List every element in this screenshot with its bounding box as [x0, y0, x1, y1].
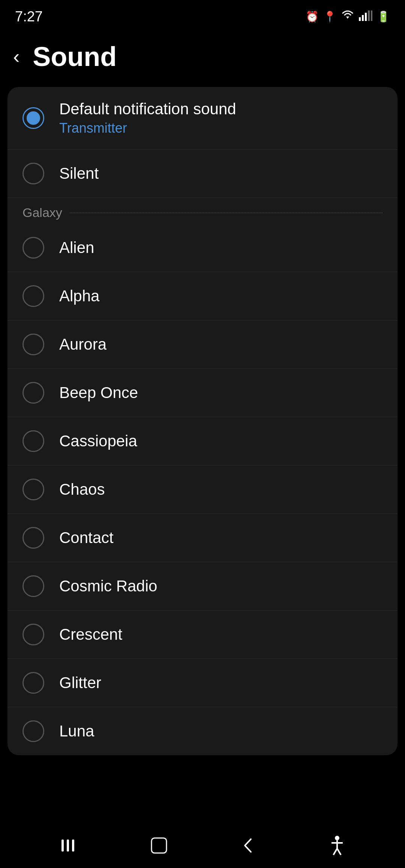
sound-item-crescent[interactable]: Crescent	[8, 611, 398, 659]
svg-rect-3	[368, 10, 370, 21]
radio-crescent[interactable]	[22, 624, 44, 645]
page-title: Sound	[33, 41, 117, 72]
sound-item-cosmic-radio[interactable]: Cosmic Radio	[8, 562, 398, 611]
nav-menu-button[interactable]	[47, 834, 88, 857]
svg-line-12	[333, 849, 337, 855]
svg-rect-7	[72, 840, 74, 852]
item-label-alien: Alien	[59, 239, 94, 257]
item-label-chaos: Chaos	[59, 480, 105, 498]
radio-chaos[interactable]	[22, 479, 44, 500]
radio-alpha[interactable]	[22, 285, 44, 307]
galaxy-label: Galaxy	[22, 205, 62, 220]
radio-beep-once[interactable]	[22, 382, 44, 404]
radio-aurora[interactable]	[22, 334, 44, 355]
radio-silent[interactable]	[22, 163, 44, 184]
nav-back-button[interactable]	[229, 832, 267, 859]
sound-item-alien[interactable]: Alien	[8, 224, 398, 272]
radio-luna[interactable]	[22, 720, 44, 742]
svg-rect-4	[371, 10, 372, 21]
sound-item-default[interactable]: Default notification sound Transmitter	[8, 87, 398, 150]
radio-default[interactable]	[22, 107, 44, 129]
alarm-icon: ⏰	[306, 10, 319, 23]
status-time: 7:27	[15, 9, 43, 25]
sound-item-chaos[interactable]: Chaos	[8, 465, 398, 514]
radio-cosmic-radio[interactable]	[22, 575, 44, 597]
sound-item-beep-once[interactable]: Beep Once	[8, 369, 398, 417]
item-label-cassiopeia: Cassiopeia	[59, 432, 137, 450]
item-text-silent: Silent	[59, 165, 99, 183]
radio-glitter[interactable]	[22, 672, 44, 694]
svg-rect-0	[359, 17, 361, 21]
nav-home-button[interactable]	[138, 832, 180, 859]
status-bar: 7:27 ⏰ 📍 🔋	[0, 0, 405, 30]
item-label-crescent: Crescent	[59, 626, 122, 644]
galaxy-section-header: Galaxy	[8, 198, 398, 224]
item-label-cosmic-radio: Cosmic Radio	[59, 577, 157, 595]
item-label-contact: Contact	[59, 529, 114, 547]
back-button[interactable]: ‹	[11, 45, 25, 68]
sound-item-glitter[interactable]: Glitter	[8, 659, 398, 707]
item-sublabel-default: Transmitter	[59, 120, 236, 136]
bottom-nav	[0, 823, 405, 868]
svg-rect-1	[362, 15, 364, 21]
radio-cassiopeia[interactable]	[22, 430, 44, 452]
item-label-luna: Luna	[59, 722, 94, 740]
status-icons: ⏰ 📍 🔋	[306, 10, 390, 24]
item-label-alpha: Alpha	[59, 287, 99, 305]
nav-accessibility-button[interactable]	[316, 832, 358, 860]
sound-item-contact[interactable]: Contact	[8, 514, 398, 562]
item-label-default: Default notification sound	[59, 100, 236, 118]
radio-contact[interactable]	[22, 527, 44, 549]
svg-rect-8	[152, 838, 166, 853]
location-icon: 📍	[323, 10, 336, 23]
svg-rect-6	[67, 840, 69, 852]
sound-item-alpha[interactable]: Alpha	[8, 272, 398, 320]
radio-alien[interactable]	[22, 237, 44, 259]
item-label-beep-once: Beep Once	[59, 384, 138, 402]
galaxy-divider	[70, 213, 382, 213]
signal-icon	[359, 10, 372, 24]
sound-item-aurora[interactable]: Aurora	[8, 320, 398, 369]
sound-item-luna[interactable]: Luna	[8, 707, 398, 755]
battery-icon: 🔋	[377, 10, 390, 23]
svg-rect-5	[62, 840, 64, 852]
item-text-default: Default notification sound Transmitter	[59, 100, 236, 136]
wifi-icon	[341, 10, 354, 24]
sound-item-silent[interactable]: Silent	[8, 150, 398, 198]
item-label-aurora: Aurora	[59, 335, 106, 353]
sound-options-card: Default notification sound Transmitter S…	[8, 87, 398, 755]
svg-rect-2	[365, 13, 367, 21]
sound-item-cassiopeia[interactable]: Cassiopeia	[8, 417, 398, 465]
svg-line-13	[337, 849, 341, 855]
svg-point-9	[335, 836, 339, 840]
page-header: ‹ Sound	[0, 30, 405, 83]
item-label-silent: Silent	[59, 165, 99, 183]
item-label-glitter: Glitter	[59, 674, 101, 692]
